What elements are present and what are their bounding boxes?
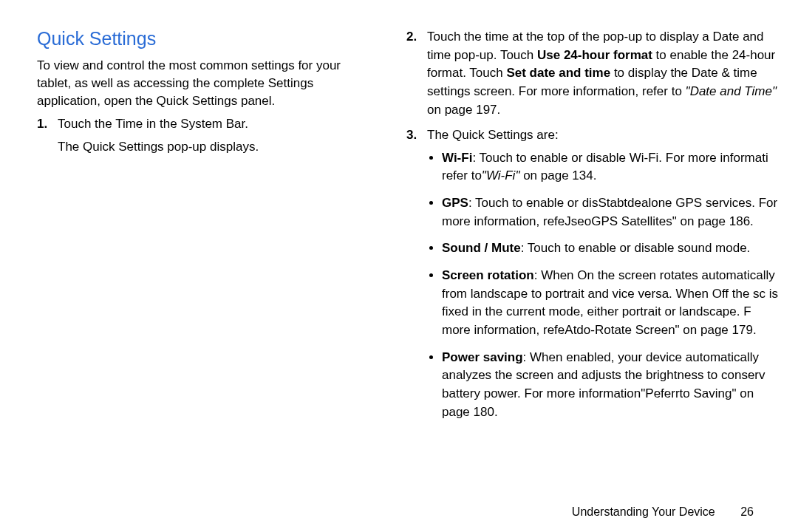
step-1-number: 1. [37, 115, 47, 134]
qs-rotate: Screen rotation: When On the screen rota… [442, 267, 783, 340]
manual-page: Quick Settings To view and control the m… [0, 0, 798, 532]
left-column: Quick Settings To view and control the m… [37, 22, 377, 430]
qs-wifi-t2: on page 134. [519, 168, 596, 183]
step-1-line1: Touch the Time in the System Bar. [58, 117, 248, 131]
qs-sound-label: Sound / Mute [442, 241, 521, 255]
footer-chapter: Understanding Your Device [572, 505, 715, 518]
qs-power-label: Power saving [442, 350, 523, 364]
step-3-lead: The Quick Settings are: [427, 128, 559, 142]
step-3: 3. The Quick Settings are: Wi-Fi: Touch … [427, 126, 783, 421]
two-column-layout: Quick Settings To view and control the m… [37, 22, 783, 430]
footer-page-number: 26 [740, 505, 754, 519]
qs-wifi-label: Wi-Fi [442, 151, 472, 165]
qs-sound: Sound / Mute: Touch to enable or disable… [442, 239, 783, 258]
qs-wifi-ref: "Wi-Fi" [482, 168, 520, 183]
qs-sound-t1: : Touch to enable or disable sound mode. [521, 241, 751, 255]
step-3-number: 3. [406, 126, 417, 145]
quick-settings-list: Wi-Fi: Touch to enable or disable Wi-Fi.… [427, 149, 783, 421]
qs-gps-t2: on page 186. [677, 214, 754, 228]
step-2-number: 2. [406, 28, 417, 47]
step-list-left: 1. Touch the Time in the System Bar. The… [37, 115, 377, 156]
qs-wifi: Wi-Fi: Touch to enable or disable Wi-Fi.… [442, 149, 783, 185]
qs-rotate-t2: on page 179. [680, 323, 757, 337]
step-1: 1. Touch the Time in the System Bar. The… [58, 115, 377, 156]
step-1-line2: The Quick Settings pop-up displays. [58, 138, 377, 157]
step-2-bold1: Use 24-hour format [537, 48, 652, 62]
step-2: 2. Touch the time at the top of the pop-… [427, 28, 783, 119]
step-list-right: 2. Touch the time at the top of the pop-… [406, 28, 783, 421]
qs-gps-label: GPS [442, 196, 468, 210]
right-column: 2. Touch the time at the top of the pop-… [406, 22, 783, 430]
intro-paragraph: To view and control the most common sett… [37, 57, 377, 109]
qs-rotate-label: Screen rotation [442, 268, 534, 282]
step-2-ref: "Date and Time" [686, 84, 777, 98]
step-2-t4: on page 197. [427, 103, 500, 117]
qs-gps: GPS: Touch to enable or disStabtdealone … [442, 194, 783, 231]
step-2-bold2: Set date and time [506, 66, 610, 80]
qs-power: Power saving: When enabled, your device … [442, 349, 783, 422]
page-footer: Understanding Your Device 26 [572, 505, 754, 519]
section-heading: Quick Settings [37, 28, 377, 50]
